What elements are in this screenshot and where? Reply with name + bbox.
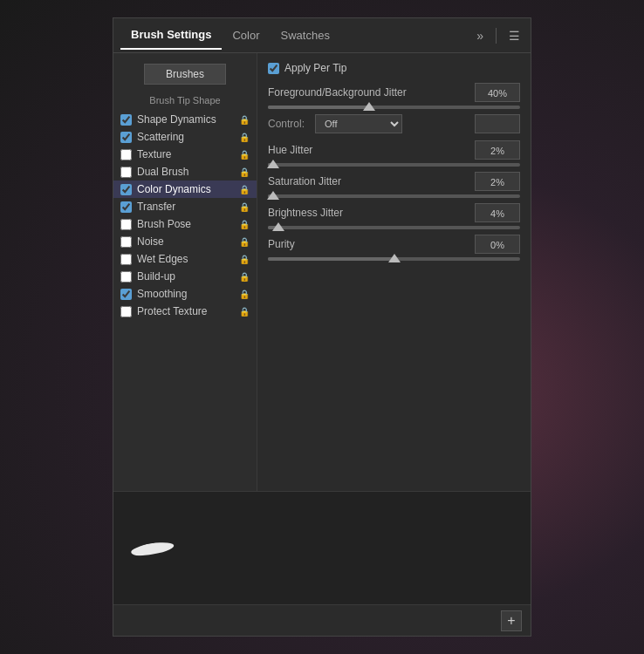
shape-dynamics-checkbox[interactable] xyxy=(120,114,132,126)
build-up-label: Build-up xyxy=(137,270,236,283)
brush-settings-panel: Brush Settings Color Swatches » ☰ Brushe… xyxy=(113,17,531,637)
brush-pose-label: Brush Pose xyxy=(137,218,236,230)
sidebar-item-noise[interactable]: Noise 🔒 xyxy=(113,233,257,250)
hue-jitter-label: Hue Jitter xyxy=(268,144,475,156)
sidebar-item-wet-edges[interactable]: Wet Edges 🔒 xyxy=(113,250,257,268)
scattering-label: Scattering xyxy=(137,131,236,143)
sidebar-item-protect-texture[interactable]: Protect Texture 🔒 xyxy=(113,303,257,320)
brightness-jitter-thumb[interactable] xyxy=(272,222,284,231)
hue-jitter-value[interactable]: 2% xyxy=(475,140,520,160)
noise-label: Noise xyxy=(137,235,236,248)
purity-fill xyxy=(268,257,394,261)
sidebar-item-color-dynamics[interactable]: Color Dynamics 🔒 xyxy=(113,181,257,198)
smoothing-checkbox[interactable] xyxy=(120,289,132,300)
control-label: Control: xyxy=(268,118,305,130)
saturation-jitter-slider[interactable] xyxy=(268,194,520,198)
sidebar-item-build-up[interactable]: Build-up 🔒 xyxy=(113,268,257,285)
color-dynamics-label: Color Dynamics xyxy=(137,183,236,195)
purity-slider[interactable] xyxy=(268,257,520,261)
chevron-right-icon[interactable]: » xyxy=(473,27,487,44)
sidebar-item-dual-brush[interactable]: Dual Brush 🔒 xyxy=(113,163,257,181)
hue-jitter-track xyxy=(268,163,520,167)
fg-bg-jitter-thumb[interactable] xyxy=(363,102,375,111)
brightness-jitter-label: Brightness Jitter xyxy=(268,207,475,219)
tab-right-controls: » ☰ xyxy=(473,27,524,44)
fg-bg-jitter-row: Foreground/Background Jitter 40% xyxy=(268,83,520,102)
tab-divider xyxy=(496,28,497,44)
wet-edges-checkbox[interactable] xyxy=(120,254,132,265)
texture-label: Texture xyxy=(137,148,236,160)
scattering-checkbox[interactable] xyxy=(120,132,132,143)
fg-bg-jitter-fill xyxy=(268,106,369,109)
purity-row: Purity 0% xyxy=(268,235,520,254)
saturation-jitter-label: Saturation Jitter xyxy=(268,175,475,187)
fg-bg-jitter-label: Foreground/Background Jitter xyxy=(268,86,475,99)
brush-pose-lock-icon: 🔒 xyxy=(239,220,250,229)
apply-per-tip-checkbox[interactable] xyxy=(268,63,279,74)
right-panel: Apply Per Tip Foreground/Background Jitt… xyxy=(257,53,531,491)
brightness-jitter-row: Brightness Jitter 4% xyxy=(268,203,520,222)
tab-color[interactable]: Color xyxy=(222,22,270,49)
tab-bar: Brush Settings Color Swatches » ☰ xyxy=(113,18,531,53)
saturation-jitter-value[interactable]: 2% xyxy=(475,172,520,191)
brightness-jitter-track xyxy=(268,226,520,229)
sidebar: Brushes Brush Tip Shape Shape Dynamics 🔒… xyxy=(113,53,257,491)
protect-texture-label: Protect Texture xyxy=(137,305,236,317)
shape-dynamics-label: Shape Dynamics xyxy=(137,113,236,126)
fg-bg-jitter-value[interactable]: 40% xyxy=(475,83,520,102)
hue-jitter-thumb[interactable] xyxy=(267,160,279,168)
brush-stroke-preview xyxy=(130,538,179,557)
protect-texture-checkbox[interactable] xyxy=(120,306,132,317)
fg-bg-jitter-track xyxy=(268,106,520,109)
tab-brush-settings[interactable]: Brush Settings xyxy=(120,21,222,50)
smoothing-lock-icon: 🔒 xyxy=(239,290,250,299)
texture-checkbox[interactable] xyxy=(120,149,132,160)
transfer-lock-icon: 🔒 xyxy=(239,202,250,212)
transfer-checkbox[interactable] xyxy=(120,201,132,213)
main-content: Brushes Brush Tip Shape Shape Dynamics 🔒… xyxy=(113,53,531,491)
menu-icon[interactable]: ☰ xyxy=(505,27,524,44)
purity-label: Purity xyxy=(268,238,475,250)
texture-lock-icon: 🔒 xyxy=(239,150,250,160)
fg-bg-jitter-slider[interactable] xyxy=(268,106,520,109)
color-dynamics-lock-icon: 🔒 xyxy=(239,185,250,194)
sidebar-item-scattering[interactable]: Scattering 🔒 xyxy=(113,128,257,146)
sidebar-item-texture[interactable]: Texture 🔒 xyxy=(113,146,257,163)
bottom-bar: + xyxy=(113,604,531,636)
wet-edges-lock-icon: 🔒 xyxy=(239,255,250,264)
purity-track xyxy=(268,257,520,261)
dual-brush-label: Dual Brush xyxy=(137,166,236,178)
smoothing-label: Smoothing xyxy=(137,288,236,300)
control-row: Control: Off Fade Pen Pressure Pen Tilt xyxy=(268,114,520,133)
dual-brush-checkbox[interactable] xyxy=(120,167,132,178)
brightness-jitter-value[interactable]: 4% xyxy=(475,203,520,222)
sidebar-item-shape-dynamics[interactable]: Shape Dynamics 🔒 xyxy=(113,111,257,128)
wet-edges-label: Wet Edges xyxy=(137,253,236,265)
brightness-jitter-slider[interactable] xyxy=(268,226,520,229)
saturation-jitter-thumb[interactable] xyxy=(267,191,279,200)
scattering-lock-icon: 🔒 xyxy=(239,133,250,142)
build-up-lock-icon: 🔒 xyxy=(239,272,250,282)
shape-dynamics-lock-icon: 🔒 xyxy=(239,115,250,125)
protect-texture-lock-icon: 🔒 xyxy=(239,307,250,317)
brushes-button[interactable]: Brushes xyxy=(144,64,226,85)
noise-checkbox[interactable] xyxy=(120,236,132,248)
noise-lock-icon: 🔒 xyxy=(239,237,250,247)
build-up-checkbox[interactable] xyxy=(120,271,132,283)
apply-per-tip-row: Apply Per Tip xyxy=(268,62,520,74)
brush-tip-shape-header: Brush Tip Shape xyxy=(113,92,257,111)
saturation-jitter-track xyxy=(268,194,520,198)
tab-swatches[interactable]: Swatches xyxy=(271,22,340,49)
brush-preview-area xyxy=(113,491,531,604)
hue-jitter-slider[interactable] xyxy=(268,163,520,167)
sidebar-item-brush-pose[interactable]: Brush Pose 🔒 xyxy=(113,215,257,233)
apply-per-tip-label: Apply Per Tip xyxy=(284,62,346,74)
color-dynamics-checkbox[interactable] xyxy=(120,184,132,195)
purity-value[interactable]: 0% xyxy=(475,235,520,254)
add-button[interactable]: + xyxy=(501,610,522,631)
sidebar-item-smoothing[interactable]: Smoothing 🔒 xyxy=(113,285,257,303)
control-select[interactable]: Off Fade Pen Pressure Pen Tilt xyxy=(315,114,402,133)
brush-pose-checkbox[interactable] xyxy=(120,219,132,230)
sidebar-item-transfer[interactable]: Transfer 🔒 xyxy=(113,198,257,215)
purity-thumb[interactable] xyxy=(388,254,401,262)
